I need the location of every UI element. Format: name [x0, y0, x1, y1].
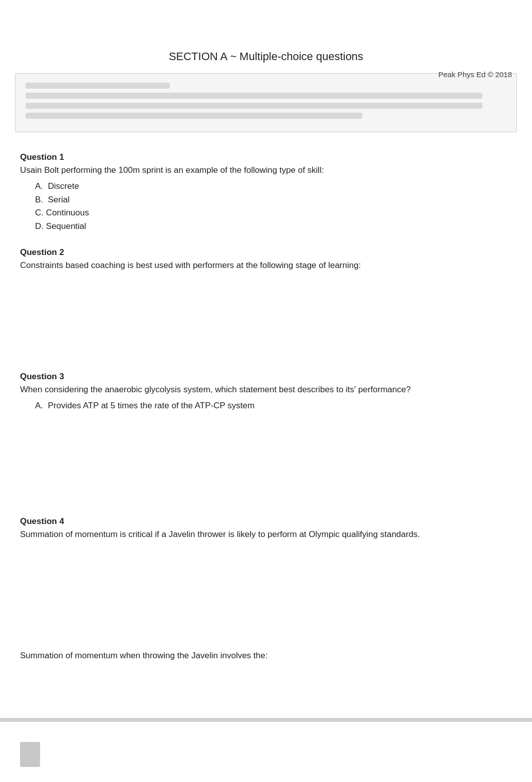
question-1-label: Question 1: [20, 152, 512, 162]
blurred-line-3: [26, 103, 482, 109]
question-4-subtext: Summation of momentum when throwing the …: [20, 651, 512, 661]
question-3-block: Question 3 When considering the anaerobi…: [20, 372, 512, 502]
question-2-block: Question 2 Constraints based coaching is…: [20, 247, 512, 357]
question-4-answer-space: [20, 546, 512, 646]
question-4-label: Question 4: [20, 516, 512, 527]
bottom-icon: [20, 742, 40, 767]
blurred-line-4: [26, 113, 362, 119]
question-1-option-a[interactable]: A. Discrete: [35, 180, 512, 192]
question-4-block: Question 4 Summation of momentum is crit…: [20, 516, 512, 716]
question-1-option-d[interactable]: D. Sequential: [35, 220, 512, 232]
question-2-text: Constraints based coaching is best used …: [20, 259, 512, 272]
question-1-block: Question 1 Usain Bolt performing the 100…: [20, 152, 512, 232]
page-container: Peak Phys Ed © 2018 SECTION A ~ Multiple…: [0, 50, 532, 782]
question-3-text: When considering the anaerobic glycolysi…: [20, 384, 512, 396]
bottom-bar: [0, 718, 532, 722]
question-1-text: Usain Bolt performing the 100m sprint is…: [20, 164, 512, 176]
question-1-option-c[interactable]: C. Continuous: [35, 207, 512, 219]
question-3-label: Question 3: [20, 372, 512, 382]
content-area: Question 1 Usain Bolt performing the 100…: [0, 147, 532, 751]
question-3-options: A. Provides ATP at 5 times the rate of t…: [20, 400, 512, 412]
question-3-answer-space: [20, 416, 512, 501]
blurred-line-2: [26, 93, 482, 99]
section-title: SECTION A ~ Multiple-choice questions: [0, 50, 532, 63]
copyright-text: Peak Phys Ed © 2018: [438, 70, 512, 79]
blurred-line-1: [26, 83, 170, 89]
question-4-subtext-answer-space: [20, 666, 512, 716]
question-1-options: A. Discrete B. Serial C. Continuous D. S…: [20, 180, 512, 232]
question-3-option-a[interactable]: A. Provides ATP at 5 times the rate of t…: [35, 400, 512, 412]
question-2-label: Question 2: [20, 247, 512, 257]
question-4-text: Summation of momentum is critical if a J…: [20, 529, 512, 541]
question-1-option-b[interactable]: B. Serial: [35, 194, 512, 206]
instruction-box: [15, 73, 517, 132]
question-2-answer-space: [20, 277, 512, 357]
